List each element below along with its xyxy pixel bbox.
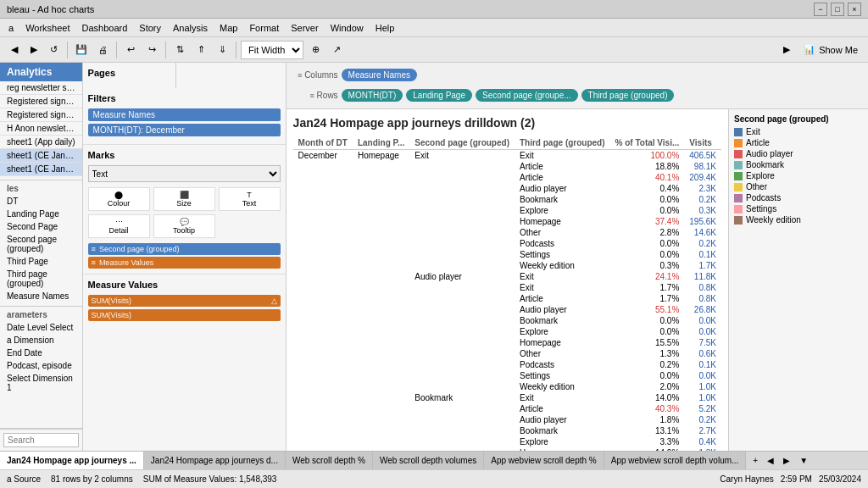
sidebar-item-3[interactable]: H Anon newsletter co... — [0, 122, 82, 136]
cell-month — [293, 183, 353, 194]
tab-item-5[interactable]: App webview scroll depth volum... — [604, 452, 747, 469]
cell-month — [293, 348, 353, 359]
filter-chip-month[interactable]: MONTH(DT): December — [88, 124, 281, 136]
filter-chip-measure-names[interactable]: Measure Names — [88, 108, 281, 121]
share-button[interactable]: ↗ — [327, 41, 346, 59]
sidebar-param-2[interactable]: End Date — [0, 347, 82, 359]
sidebar-param-1[interactable]: a Dimension — [0, 334, 82, 347]
cell-second: Audio player — [409, 271, 515, 282]
tab-item-3[interactable]: Web scroll depth volumes — [373, 452, 484, 469]
menu-item-format[interactable]: Format — [244, 21, 284, 35]
sum-visits-chip-2[interactable]: SUM(Visits) — [88, 309, 281, 321]
show-me-label: Show Me — [819, 45, 858, 55]
sidebar-item-6[interactable]: sheet1 (CE Jan24 - Ho... — [0, 163, 82, 176]
save-button[interactable]: 💾 — [72, 41, 91, 59]
cell-third: Weekly edition — [515, 381, 610, 392]
menu-item-dashboard[interactable]: Dashboard — [77, 21, 133, 35]
sort-asc-button[interactable]: ⇑ — [192, 41, 210, 59]
marks-type-select[interactable]: Text — [88, 165, 281, 182]
cell-second — [409, 436, 515, 447]
sidebar-item-2[interactable]: Registered signups+ (J... — [0, 108, 82, 122]
cell-month — [293, 172, 353, 183]
sidebar-dim-third-grouped[interactable]: Third page (grouped) — [0, 268, 82, 290]
fit-width-select[interactable]: Fit Width — [241, 41, 303, 59]
close-button[interactable]: × — [848, 3, 861, 16]
cell-landing — [353, 370, 409, 381]
tab-item-4[interactable]: App webview scroll depth % — [484, 452, 604, 469]
cell-month — [293, 414, 353, 425]
fix-width-button[interactable]: ⊕ — [306, 41, 325, 59]
table-row: Audio player Exit 24.1% 11.8K — [293, 271, 721, 282]
menu-item-server[interactable]: Server — [286, 21, 323, 35]
marks-colour-button[interactable]: ⬤ Colour — [88, 187, 150, 211]
viz-legend-area: Jan24 Hompage app journeys drilldown (2)… — [287, 109, 868, 451]
undo-button[interactable]: ↩ — [121, 41, 140, 59]
marks-tooltip-button[interactable]: 💬 Tooltip — [153, 214, 215, 238]
table-row: Homepage 37.4% 195.6K — [293, 216, 721, 227]
colour-label: Colour — [108, 199, 131, 208]
tab-item-1[interactable]: Jan24 Hompage app journeys d... — [144, 452, 286, 469]
present-button[interactable]: ▶ — [777, 41, 796, 59]
swap-button[interactable]: ⇅ — [170, 41, 189, 59]
sidebar-param-0[interactable]: Date Level Select — [0, 321, 82, 334]
menu-item-help[interactable]: Help — [370, 21, 400, 35]
tab-scroll-right[interactable]: ▶ — [780, 454, 793, 467]
columns-pill-measure-names[interactable]: Measure Names — [342, 69, 417, 81]
maximize-button[interactable]: □ — [831, 3, 844, 16]
menu-item-story[interactable]: Story — [134, 21, 166, 35]
cell-pct: 3.3% — [610, 436, 685, 447]
sidebar-dim-third[interactable]: Third Page — [0, 255, 82, 268]
menu-item-worksheet[interactable]: Worksheet — [20, 21, 75, 35]
redo-button[interactable]: ↪ — [142, 41, 161, 59]
tab-scroll-left[interactable]: ◀ — [764, 454, 777, 467]
sidebar-dim-dt[interactable]: DT — [0, 195, 82, 208]
sidebar-section-dimensions: les — [0, 180, 82, 195]
rows-pill-landing[interactable]: Landing Page — [406, 89, 472, 102]
cell-landing — [353, 436, 409, 447]
sum-visits-chip-1[interactable]: SUM(Visits) △ — [88, 295, 281, 307]
tab-item-0[interactable]: Jan24 Hompage app journeys ... — [0, 452, 144, 469]
back-button[interactable]: ◀ — [5, 41, 24, 59]
sidebar-dim-second[interactable]: Second Page — [0, 220, 82, 233]
marks-size-button[interactable]: ⬛ Size — [153, 187, 215, 211]
cell-visits: 7.5K — [684, 337, 721, 348]
minimize-button[interactable]: − — [814, 3, 827, 16]
rows-pill-third[interactable]: Third page (grouped) — [581, 89, 675, 102]
cell-pct: 24.1% — [610, 271, 685, 282]
marks-text-button[interactable]: T Text — [219, 187, 281, 211]
sidebar-item-5[interactable]: sheet1 (CE Jan24 - Ap... — [0, 149, 82, 163]
tab-item-2[interactable]: Web scroll depth % — [286, 452, 373, 469]
cell-pct: 0.0% — [610, 249, 685, 260]
refresh-button[interactable]: ↺ — [44, 41, 63, 59]
sidebar-dim-landing[interactable]: Landing Page — [0, 208, 82, 220]
cell-month — [293, 282, 353, 293]
cell-visits: 0.2K — [684, 414, 721, 425]
forward-button[interactable]: ▶ — [25, 41, 43, 59]
menu-item-analysis[interactable]: Analysis — [168, 21, 213, 35]
sidebar-param-3[interactable]: Podcast, episode — [0, 359, 82, 372]
marks-field-second-page[interactable]: ≡ Second page (grouped) — [88, 243, 281, 255]
cell-landing — [353, 304, 409, 315]
sidebar-item-0[interactable]: reg newsletter signups... — [0, 81, 82, 95]
menu-item-map[interactable]: Map — [214, 21, 242, 35]
sidebar-dim-measure-names[interactable]: Measure Names — [0, 290, 82, 302]
sidebar-dim-second-grouped[interactable]: Second page (grouped) — [0, 233, 82, 255]
sidebar-param-4[interactable]: Select Dimension 1 — [0, 372, 82, 394]
sidebar-item-1[interactable]: Registered signups+ (J... — [0, 95, 82, 108]
marks-detail-button[interactable]: ⋯ Detail — [88, 214, 150, 238]
status-rows: 81 rows by 2 columns — [51, 474, 133, 484]
sort-desc-button[interactable]: ⇓ — [213, 41, 231, 59]
rows-pill-second[interactable]: Second page (groupe... — [476, 89, 578, 102]
show-me-button[interactable]: 📊 Show Me — [798, 42, 863, 57]
menu-item-a[interactable]: a — [3, 21, 19, 35]
marks-field-measure-values[interactable]: ≡ Measure Values — [88, 257, 281, 269]
menu-item-window[interactable]: Window — [326, 21, 369, 35]
tab-new-button[interactable]: + — [749, 454, 761, 467]
cell-month — [293, 370, 353, 381]
rows-pill-month[interactable]: MONTH(DT) — [342, 89, 403, 102]
cell-second — [409, 205, 515, 216]
sidebar-item-4[interactable]: sheet1 (App daily) — [0, 136, 82, 149]
tab-menu[interactable]: ▼ — [796, 454, 811, 467]
search-input[interactable] — [3, 433, 79, 447]
print-button[interactable]: 🖨 — [93, 41, 112, 59]
